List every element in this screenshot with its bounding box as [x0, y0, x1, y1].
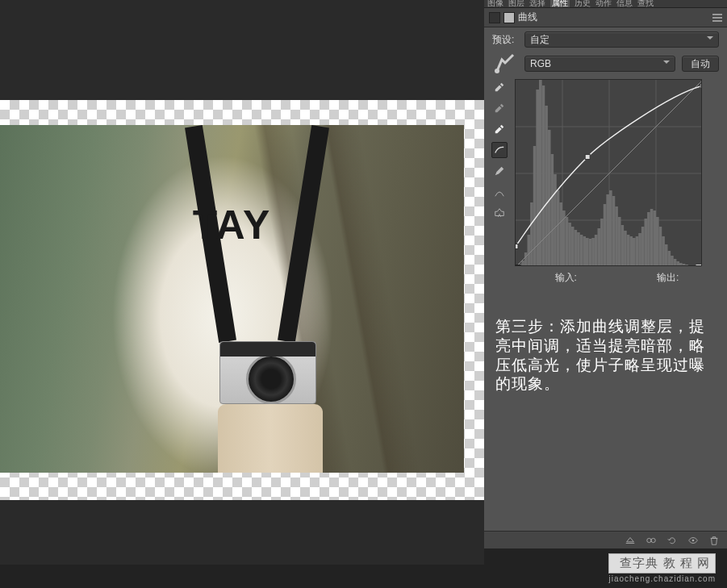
menu-item[interactable]: 图像	[487, 0, 503, 8]
svg-rect-12	[528, 235, 531, 266]
svg-rect-64	[679, 263, 683, 266]
input-label: 输入:	[555, 271, 577, 285]
svg-rect-48	[633, 238, 636, 266]
svg-rect-47	[629, 236, 633, 266]
svg-rect-20	[551, 154, 554, 266]
finger-icon[interactable]	[492, 50, 518, 78]
auto-button[interactable]: 自动	[682, 56, 719, 72]
panel-title: 曲线	[518, 10, 537, 24]
svg-rect-23	[559, 202, 562, 266]
pencil-tool-icon[interactable]	[491, 163, 508, 179]
output-label: 输出:	[657, 271, 679, 285]
mask-icon	[503, 12, 515, 23]
svg-rect-31	[583, 236, 586, 266]
svg-rect-16	[539, 80, 542, 266]
svg-rect-57	[659, 227, 662, 266]
visibility-icon[interactable]	[687, 535, 700, 546]
svg-rect-11	[524, 252, 528, 266]
svg-rect-38	[604, 204, 607, 266]
curve-io-row: 输入: 输出:	[484, 266, 727, 285]
svg-rect-32	[586, 238, 589, 266]
svg-rect-45	[624, 231, 627, 266]
menu-item[interactable]: 动作	[595, 0, 612, 8]
photo-strap	[278, 125, 329, 343]
menu-item[interactable]: 信息	[616, 0, 633, 8]
svg-rect-37	[600, 219, 604, 266]
svg-rect-63	[676, 261, 679, 266]
svg-rect-18	[545, 106, 548, 266]
svg-rect-8	[516, 265, 519, 266]
white-point-slider[interactable]	[696, 265, 702, 266]
watermark: 查字典 教 程 网 jiaocheng.chazidian.com	[608, 553, 716, 583]
svg-rect-46	[627, 235, 630, 266]
svg-rect-58	[662, 236, 665, 266]
svg-rect-22	[557, 190, 560, 266]
svg-rect-74	[700, 83, 702, 88]
svg-rect-30	[580, 235, 583, 266]
svg-rect-36	[598, 228, 601, 266]
svg-rect-13	[530, 202, 533, 266]
curves-toolcolumn: A	[491, 79, 508, 221]
clip-warning-icon[interactable]: A	[491, 205, 508, 221]
delete-icon[interactable]	[708, 535, 721, 546]
svg-rect-59	[665, 244, 668, 266]
svg-rect-28	[574, 230, 578, 266]
properties-panel: 图像 图层 选择 属性 历史 动作 信息 查找 曲线 预设: 自定 RGB 自动	[484, 0, 727, 548]
smooth-tool-icon[interactable]	[491, 184, 508, 200]
curve-graph[interactable]	[515, 79, 702, 266]
instruction-text: 第三步：添加曲线调整层，提亮中间调，适当提亮暗部，略压低高光，使片子略呈现过曝的…	[484, 285, 727, 394]
preset-label: 预设:	[492, 33, 518, 47]
clip-to-layer-icon[interactable]	[624, 535, 637, 546]
menu-item[interactable]: 属性	[550, 0, 570, 8]
panel-menu-icon[interactable]	[712, 14, 722, 22]
menu-item[interactable]: 选择	[529, 0, 545, 8]
canvas-area[interactable]	[0, 100, 484, 500]
svg-rect-33	[589, 239, 592, 266]
eyedropper-white-icon[interactable]	[491, 121, 508, 137]
svg-rect-42	[615, 206, 618, 266]
svg-rect-21	[554, 174, 557, 266]
eyedropper-black-icon[interactable]	[491, 79, 508, 95]
preset-dropdown[interactable]: 自定	[524, 31, 719, 48]
svg-rect-25	[566, 217, 569, 266]
svg-rect-60	[668, 251, 671, 266]
menu-item[interactable]: 查找	[637, 0, 654, 8]
black-point-slider[interactable]	[515, 265, 521, 266]
menubar[interactable]: 图像 图层 选择 属性 历史 动作 信息 查找	[484, 0, 727, 8]
menu-item[interactable]: 历史	[574, 0, 591, 8]
svg-rect-66	[685, 265, 688, 266]
svg-rect-54	[650, 209, 654, 266]
svg-rect-35	[595, 235, 598, 266]
curve-point-tool-icon[interactable]	[491, 142, 508, 158]
menu-item[interactable]: 图层	[508, 0, 524, 8]
svg-rect-34	[591, 238, 595, 266]
svg-point-76	[651, 538, 655, 542]
adjustment-icon	[489, 12, 500, 23]
document-workspace	[0, 0, 484, 565]
svg-rect-44	[621, 225, 625, 266]
svg-rect-43	[618, 217, 621, 266]
svg-rect-29	[577, 232, 580, 266]
svg-rect-27	[571, 227, 574, 266]
view-previous-icon[interactable]	[645, 535, 658, 546]
svg-rect-68	[691, 265, 695, 266]
svg-rect-50	[638, 233, 641, 266]
eyedropper-gray-icon[interactable]	[491, 100, 508, 116]
svg-rect-26	[568, 223, 571, 266]
svg-point-77	[692, 539, 695, 541]
svg-rect-51	[641, 227, 645, 266]
svg-rect-40	[609, 190, 612, 266]
panel-tabbar: 曲线	[484, 8, 727, 27]
svg-rect-55	[653, 211, 656, 266]
svg-rect-62	[674, 259, 677, 266]
svg-rect-53	[647, 212, 650, 266]
svg-point-75	[647, 538, 651, 542]
reset-icon[interactable]	[666, 535, 679, 546]
svg-rect-10	[521, 261, 524, 266]
svg-rect-49	[636, 236, 639, 266]
channel-dropdown[interactable]: RGB	[524, 56, 675, 72]
photo-strap	[185, 125, 236, 343]
svg-rect-39	[606, 194, 609, 266]
svg-rect-61	[671, 256, 674, 266]
svg-rect-56	[656, 217, 659, 266]
